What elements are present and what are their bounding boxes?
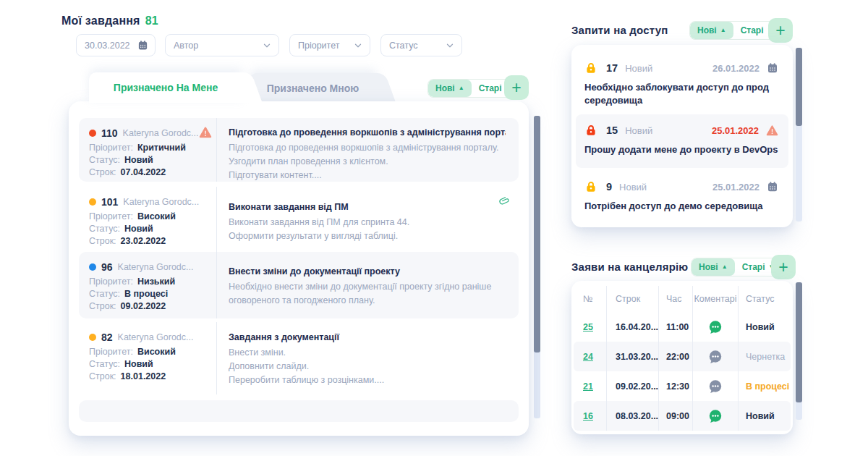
lock-icon	[584, 180, 597, 193]
stationery-row-21: 21 09.02.20... 12:30 В процесі	[574, 371, 791, 401]
arrow-up-icon: ▲	[722, 264, 728, 270]
tab-assigned-by-me[interactable]: Призначено Мною	[250, 73, 376, 104]
access-scrollbar-thumb[interactable]	[796, 48, 802, 126]
task-title: Внести зміни до документації проекту	[229, 266, 506, 276]
request-number-link[interactable]: 21	[583, 381, 593, 392]
stationery-table-header: № Строк Час Коментарі Статус	[574, 286, 791, 312]
arrow-up-icon: ▲	[459, 85, 464, 91]
request-number-link[interactable]: 16	[583, 411, 593, 421]
status-badge: В процесі	[739, 371, 791, 401]
my-tasks-count: 81	[145, 14, 158, 27]
author-filter-dropdown[interactable]: Автор	[165, 34, 279, 56]
access-requests-panel: 17 Новий 26.01.2022 Необхідно заблокуват…	[571, 45, 793, 227]
tasks-scrollbar-thumb[interactable]	[534, 116, 540, 352]
task-row-101[interactable]: 101 Kateryna Gorodc... Пріоритет:Високий…	[79, 187, 519, 252]
chevron-down-icon	[445, 41, 455, 51]
calendar-icon	[767, 181, 778, 193]
priority-dot	[89, 130, 96, 137]
add-stationery-request-button[interactable]: +	[771, 255, 796, 279]
lock-icon	[584, 62, 597, 75]
lock-icon	[584, 124, 597, 137]
priority-dot	[89, 198, 96, 206]
priority-dot	[89, 334, 96, 341]
calendar-icon	[137, 40, 148, 51]
priority-filter-dropdown[interactable]: Пріоритет	[289, 34, 370, 56]
task-title: Завдання з документації	[229, 332, 506, 342]
chevron-down-icon	[262, 41, 272, 51]
task-row-partial[interactable]	[79, 400, 519, 422]
stationery-title: Заяви на канцелярію	[571, 261, 688, 273]
request-number-link[interactable]: 25	[583, 322, 593, 332]
stationery-panel: № Строк Час Коментарі Статус 25 16.04.20…	[571, 281, 793, 434]
stationery-row-16: 16 08.03.20... 09:00 Новий	[574, 401, 791, 431]
chevron-down-icon	[353, 41, 363, 51]
access-sort-pill: Нові▲ Старі▼	[689, 21, 780, 40]
status-filter-dropdown[interactable]: Статус	[380, 34, 462, 56]
comments-icon[interactable]	[708, 350, 723, 364]
status-badge: Новий	[739, 312, 791, 342]
status-badge: Чернетка	[739, 342, 791, 371]
date-filter[interactable]: 30.03.2022	[76, 34, 156, 56]
comments-icon[interactable]	[708, 379, 723, 394]
comments-icon[interactable]	[708, 320, 723, 334]
stationery-sort-pill: Нові▲ Старі▼	[691, 258, 782, 276]
access-request-15[interactable]: 15 Новий 25.01.2022 Прошу додати мене до…	[576, 114, 788, 168]
sort-new-button[interactable]: Нові▲	[692, 258, 735, 276]
add-access-request-button[interactable]: +	[768, 18, 793, 43]
access-request-9[interactable]: 9 Новий 25.01.2022 Потрібен доступ до де…	[576, 171, 788, 224]
sort-new-button[interactable]: Нові▲	[690, 22, 733, 39]
task-title: Виконати завдання від ПМ	[229, 202, 506, 212]
add-task-button[interactable]: +	[504, 75, 529, 100]
stationery-scrollbar-thumb[interactable]	[796, 282, 802, 402]
arrow-up-icon: ▲	[720, 28, 726, 33]
priority-dot	[89, 263, 96, 271]
task-title: Підготовка до проведення воркшопів з адм…	[229, 127, 506, 138]
tasks-panel: 110 Kateryna Gorodc... Пріоритет:Критичн…	[69, 101, 529, 436]
tab-assigned-to-me[interactable]: Призначено На Мене	[89, 72, 242, 103]
warning-icon	[199, 126, 212, 139]
task-row-82[interactable]: 82 Kateryna Gorodc... Пріоритет:Високий …	[79, 322, 519, 394]
task-row-96[interactable]: 96 Kateryna Gorodc... Пріоритет:Низький …	[79, 252, 519, 318]
sort-new-button[interactable]: Нові▲	[428, 80, 472, 97]
access-request-17[interactable]: 17 Новий 26.01.2022 Необхідно заблокуват…	[576, 52, 788, 114]
status-badge: Новий	[739, 401, 791, 431]
my-tasks-title: Мої завдання81	[61, 14, 158, 28]
access-requests-title: Запити на доступ	[571, 24, 668, 36]
request-number-link[interactable]: 24	[583, 352, 593, 362]
stationery-row-24: 24 31.03.20... 22:00 Чернетка	[574, 342, 791, 371]
warning-icon	[766, 124, 778, 137]
stationery-row-25: 25 16.04.20... 11:00 Новий	[574, 312, 791, 342]
task-row-110[interactable]: 110 Kateryna Gorodc... Пріоритет:Критичн…	[79, 118, 519, 182]
calendar-icon	[767, 62, 778, 74]
comments-icon[interactable]	[708, 409, 723, 423]
